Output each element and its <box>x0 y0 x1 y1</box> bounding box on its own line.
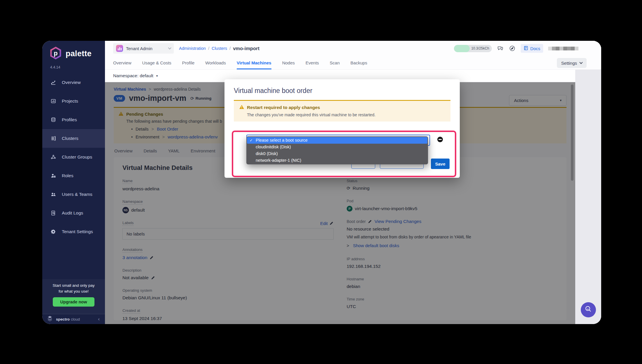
upgrade-promo: Start small and only pay for what you us… <box>42 279 105 314</box>
sidebar-item-label: Cluster Groups <box>62 154 92 160</box>
breadcrumb-administration[interactable]: Administration <box>179 46 206 51</box>
sidebar-item-label: Roles <box>62 173 73 178</box>
app-version: 4.4.14 <box>50 65 60 69</box>
docs-button[interactable]: Docs <box>521 44 543 53</box>
chevron-down-icon <box>168 46 171 49</box>
breadcrumb-separator: / <box>208 46 209 51</box>
promo-text-line1: Start small and only pay <box>42 283 105 289</box>
settings-button[interactable]: Settings <box>557 58 587 68</box>
svg-text:p: p <box>54 50 57 57</box>
network-icon <box>50 154 57 160</box>
tab-virtual-machines[interactable]: Virtual Machines <box>237 56 271 69</box>
sidebar-item-label: Overview <box>62 80 81 85</box>
spectro-cloud-logo-icon <box>46 315 53 323</box>
breadcrumb-clusters[interactable]: Clusters <box>212 46 227 51</box>
warning-title: Restart required to apply changes <box>247 105 320 110</box>
tab-usage-costs[interactable]: Usage & Costs <box>142 56 171 69</box>
compass-icon[interactable] <box>509 45 516 52</box>
tab-workloads[interactable]: Workloads <box>205 56 226 69</box>
sidebar-collapse-chevron[interactable]: ‹ <box>98 316 100 322</box>
users-icon <box>50 191 57 197</box>
search-fab-button[interactable] <box>581 302 596 317</box>
layers-icon <box>50 117 57 123</box>
sidebar-footer: spectro cloud ‹ <box>42 314 105 324</box>
option-label: cloudinitdisk (Disk) <box>256 145 291 149</box>
usage-quota-fill <box>454 45 470 52</box>
upgrade-now-button[interactable]: Upgrade now <box>53 297 95 307</box>
sidebar-item-audit-logs[interactable]: Audit Logs <box>42 204 105 222</box>
svg-text:!: ! <box>241 106 242 109</box>
brand-spectro: spectro <box>56 317 70 321</box>
app-window: p palette 4.4.14 Overview Projects <box>42 41 601 324</box>
boot-source-dropdown-menu: ✓ Please select a boot source cloudinitd… <box>246 136 428 164</box>
project-scope-label: Tenant Admin <box>126 46 152 51</box>
breadcrumb-current: vmo-import <box>233 46 259 51</box>
dropdown-option-disk0[interactable]: disk0 (Disk) <box>247 150 427 157</box>
promo-text-line2: for what you use! <box>42 289 105 294</box>
logo: p palette <box>49 47 92 61</box>
dropdown-option-cloudinitdisk[interactable]: cloudinitdisk (Disk) <box>247 144 427 150</box>
right-gutter <box>575 70 601 324</box>
sidebar-item-tenant-settings[interactable]: Tenant Settings <box>42 222 105 241</box>
project-board-icon <box>50 98 57 104</box>
project-scope-selector[interactable]: Tenant Admin <box>113 43 174 54</box>
logo-text: palette <box>66 49 92 58</box>
tab-backups[interactable]: Backups <box>350 56 367 69</box>
gear-icon <box>50 229 57 235</box>
sidebar-item-projects[interactable]: Projects <box>42 92 105 110</box>
warning-desc: The changes you've made required this vi… <box>247 112 445 117</box>
chat-icon[interactable] <box>497 45 504 52</box>
sidebar-item-label: Users & Teams <box>62 192 92 197</box>
censored-text <box>548 47 578 50</box>
save-button[interactable]: Save <box>431 159 450 169</box>
scrollbar-thumb[interactable] <box>571 85 573 181</box>
tab-profile[interactable]: Profile <box>182 56 195 69</box>
modal-title: Virtual machine boot order <box>234 87 450 95</box>
dropdown-option-selected[interactable]: ✓ Please select a boot source <box>247 137 427 144</box>
sidebar-item-label: Audit Logs <box>62 210 83 216</box>
restart-warning-banner: ! Restart required to apply changes The … <box>234 100 450 122</box>
usage-quota-text: 10.3/25kCh <box>471 45 489 52</box>
settings-label: Settings <box>561 61 577 66</box>
sidebar-item-clusters[interactable]: Clusters <box>42 129 105 148</box>
option-label: network-adapter-1 (NIC) <box>256 158 301 163</box>
sidebar-item-profiles[interactable]: Profiles <box>42 110 105 129</box>
palette-logo-icon: p <box>49 47 62 61</box>
breadcrumb: Administration / Clusters / vmo-import <box>179 46 259 51</box>
option-label: Please select a boot source <box>256 138 308 143</box>
tab-overview[interactable]: Overview <box>113 56 131 69</box>
brand-cloud: cloud <box>71 317 80 321</box>
user-lock-icon <box>50 173 57 179</box>
tab-events[interactable]: Events <box>306 56 319 69</box>
sidebar-item-users-teams[interactable]: Users & Teams <box>42 185 105 204</box>
cluster-tab-bar: Overview Usage & Costs Profile Workloads… <box>105 56 601 70</box>
namespace-label: Namespace: default <box>113 73 153 78</box>
sidebar-item-label: Profiles <box>62 117 77 122</box>
magnifier-smile-icon <box>584 305 592 314</box>
remove-row-icon[interactable] <box>437 137 443 142</box>
tab-scan[interactable]: Scan <box>330 56 340 69</box>
sidebar-item-label: Tenant Settings <box>62 229 93 234</box>
list-icon <box>50 136 57 141</box>
header-actions: 10.3/25kCh Docs <box>454 44 578 53</box>
sidebar: p palette 4.4.14 Overview Projects <box>42 41 105 324</box>
chart-line-icon <box>50 80 57 85</box>
sidebar-item-label: Clusters <box>62 136 78 141</box>
sidebar-item-label: Projects <box>62 99 78 104</box>
sidebar-item-roles[interactable]: Roles <box>42 166 105 185</box>
chevron-down-icon <box>579 61 583 64</box>
check-icon: ✓ <box>250 137 253 144</box>
sidebar-item-cluster-groups[interactable]: Cluster Groups <box>42 148 105 166</box>
book-icon <box>524 46 528 51</box>
dropdown-option-network-adapter[interactable]: network-adapter-1 (NIC) <box>247 157 427 164</box>
tenant-admin-icon <box>116 45 123 52</box>
warning-triangle-icon: ! <box>239 105 244 110</box>
tab-nodes[interactable]: Nodes <box>282 56 295 69</box>
option-label: disk0 (Disk) <box>256 151 278 156</box>
sidebar-nav: Overview Projects Profiles Clusters <box>42 73 105 241</box>
breadcrumb-separator: / <box>229 46 231 51</box>
usage-quota-pill: 10.3/25kCh <box>454 45 492 52</box>
caret-down-icon: ▾ <box>156 74 158 78</box>
document-search-icon <box>50 210 57 216</box>
sidebar-item-overview[interactable]: Overview <box>42 73 105 92</box>
